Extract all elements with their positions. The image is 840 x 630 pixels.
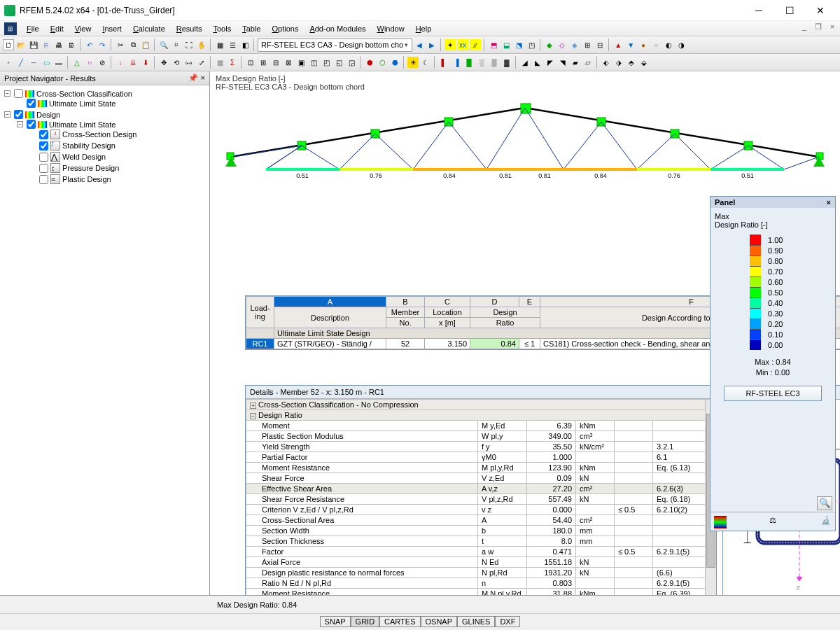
t20-icon[interactable]: ▓ bbox=[501, 57, 512, 68]
print-preview-icon[interactable]: 🗎 bbox=[66, 39, 77, 50]
t9-icon[interactable]: ◲ bbox=[346, 57, 357, 68]
menu-file[interactable]: File bbox=[21, 24, 45, 33]
i4-icon[interactable]: ⊞ bbox=[582, 39, 593, 50]
t13-icon[interactable]: ☀ bbox=[407, 57, 419, 68]
minimize-button[interactable]: ─ bbox=[743, 0, 774, 21]
line-icon[interactable]: ╱ bbox=[15, 57, 27, 68]
details-row[interactable]: Effective Shear AreaA v,z27.20cm²6.2.6(3… bbox=[246, 484, 716, 494]
t2-icon[interactable]: ⊞ bbox=[258, 57, 269, 68]
t18-icon[interactable]: ░ bbox=[476, 57, 487, 68]
mirror-icon[interactable]: ⧟ bbox=[183, 57, 195, 68]
t5-icon[interactable]: ▣ bbox=[295, 57, 307, 68]
t27-icon[interactable]: ⬖ bbox=[601, 57, 612, 68]
tree-check-design[interactable] bbox=[14, 110, 23, 119]
prev-case-icon[interactable]: ◀ bbox=[414, 39, 425, 50]
t26-icon[interactable]: ▱ bbox=[582, 57, 594, 68]
status-grid[interactable]: GRID bbox=[351, 616, 380, 627]
result-case-combo[interactable]: RF-STEEL EC3 CA3 - Design bottom cho▼ bbox=[258, 38, 412, 52]
module-button[interactable]: RF-STEEL EC3 bbox=[724, 386, 822, 401]
details-row[interactable]: Cross-Sectional AreaA54.40cm² bbox=[246, 515, 716, 526]
i9-icon[interactable]: ○ bbox=[650, 39, 662, 50]
menu-table[interactable]: Table bbox=[237, 24, 266, 33]
menu-options[interactable]: Options bbox=[266, 24, 304, 33]
details-row[interactable]: Moment ResistanceM pl,y,Rd123.90kNmEq. (… bbox=[246, 463, 716, 473]
details-row[interactable]: Section Widthb180.0mm bbox=[246, 526, 716, 536]
move-icon[interactable]: ✥ bbox=[158, 57, 169, 68]
tree-check-plastic[interactable] bbox=[39, 175, 48, 184]
menu-edit[interactable]: Edit bbox=[45, 24, 69, 33]
t7-icon[interactable]: ◰ bbox=[321, 57, 332, 68]
view-y-icon[interactable]: ⬓ bbox=[500, 39, 512, 50]
t19-icon[interactable]: ▒ bbox=[489, 57, 500, 68]
status-glines[interactable]: GLINES bbox=[457, 616, 495, 627]
next-case-icon[interactable]: ▶ bbox=[426, 39, 438, 50]
redo-icon[interactable]: ↷ bbox=[97, 39, 108, 50]
t8-icon[interactable]: ◱ bbox=[333, 57, 344, 68]
navigator-close-icon[interactable]: × bbox=[201, 74, 205, 83]
tree-check-cs-design[interactable] bbox=[39, 130, 48, 139]
details-row[interactable]: Ratio N Ed / N pl,Rdn0.8036.2.9.1(5) bbox=[246, 578, 716, 589]
t6-icon[interactable]: ◫ bbox=[308, 57, 319, 68]
menu-calculate[interactable]: Calculate bbox=[127, 24, 171, 33]
view-iso-icon[interactable]: ◳ bbox=[526, 39, 537, 50]
status-cartes[interactable]: CARTES bbox=[379, 616, 420, 627]
t17-icon[interactable]: █ bbox=[463, 57, 475, 68]
details-row[interactable]: MomentM y,Ed6.39kNm bbox=[246, 421, 716, 431]
status-snap[interactable]: SNAP bbox=[320, 616, 351, 627]
t11-icon[interactable]: ⬡ bbox=[377, 57, 388, 68]
rotate-icon[interactable]: ⟲ bbox=[171, 57, 182, 68]
result-diagram-icon[interactable]: ⫽ bbox=[470, 39, 481, 50]
scale-tool-icon[interactable]: ⤢ bbox=[196, 57, 207, 68]
panel-search-button[interactable]: 🔍 bbox=[817, 496, 832, 510]
grid-icon[interactable]: ▦ bbox=[214, 39, 225, 50]
layers-icon[interactable]: ☰ bbox=[227, 39, 238, 50]
details-row[interactable]: Shear Force ResistanceV pl,z,Rd557.49kNE… bbox=[246, 494, 716, 505]
i3-icon[interactable]: ◈ bbox=[569, 39, 580, 50]
tree-check-weld[interactable] bbox=[39, 153, 48, 162]
t16-icon[interactable]: ▐ bbox=[451, 57, 462, 68]
menu-addon[interactable]: Add-on Modules bbox=[304, 24, 371, 33]
tree-check-cs-class[interactable] bbox=[14, 89, 23, 98]
i1-icon[interactable]: ◆ bbox=[544, 39, 555, 50]
details-row[interactable]: Factora w0.471≤ 0.56.2.9.1(5) bbox=[246, 547, 716, 557]
t10-icon[interactable]: ⬢ bbox=[364, 57, 375, 68]
tree-check-uls2[interactable] bbox=[27, 120, 36, 129]
tree-check-stability[interactable] bbox=[39, 141, 48, 150]
details-row[interactable]: Shear ForceV z,Ed0.09kN bbox=[246, 473, 716, 484]
mdi-minimize-icon[interactable]: _ bbox=[799, 22, 809, 31]
zoom-window-icon[interactable]: ⌗ bbox=[171, 39, 182, 50]
status-dxf[interactable]: DXF bbox=[495, 616, 520, 627]
t12-icon[interactable]: ⬣ bbox=[389, 57, 400, 68]
paste-icon[interactable]: 📋 bbox=[140, 39, 151, 50]
t3-icon[interactable]: ⊟ bbox=[270, 57, 281, 68]
truss-viewport[interactable]: 0.51 0.76 0.84 0.81 0.81 0.84 0.76 0.51 bbox=[217, 94, 833, 192]
i6-icon[interactable]: ▲ bbox=[612, 39, 624, 50]
i8-icon[interactable]: ● bbox=[638, 39, 649, 50]
t28-icon[interactable]: ⬗ bbox=[613, 57, 624, 68]
i2-icon[interactable]: ◇ bbox=[556, 39, 568, 50]
status-osnap[interactable]: OSNAP bbox=[421, 616, 458, 627]
details-row[interactable]: Axial ForceN Ed1551.18kN bbox=[246, 557, 716, 568]
menu-help[interactable]: Help bbox=[410, 24, 438, 33]
navigator-pin-icon[interactable]: 📌 bbox=[188, 74, 198, 83]
t1-icon[interactable]: ⊡ bbox=[245, 57, 256, 68]
save-icon[interactable]: 💾 bbox=[28, 39, 39, 50]
t29-icon[interactable]: ⬘ bbox=[626, 57, 637, 68]
support-icon[interactable]: △ bbox=[71, 57, 83, 68]
undo-icon[interactable]: ↶ bbox=[84, 39, 95, 50]
load-point-icon[interactable]: ↓ bbox=[115, 57, 126, 68]
t4-icon[interactable]: ⊠ bbox=[283, 57, 294, 68]
hinge-icon[interactable]: ○ bbox=[84, 57, 95, 68]
panel-close-icon[interactable]: × bbox=[827, 198, 831, 206]
tree-check-uls1[interactable] bbox=[27, 99, 36, 108]
release-icon[interactable]: ⊘ bbox=[97, 57, 108, 68]
cut-icon[interactable]: ✂ bbox=[115, 39, 126, 50]
calc-icon[interactable]: Σ bbox=[227, 57, 238, 68]
view-z-icon[interactable]: ⬔ bbox=[513, 39, 524, 50]
print-icon[interactable]: 🖶 bbox=[53, 39, 64, 50]
member-icon[interactable]: ─ bbox=[28, 57, 39, 68]
t23-icon[interactable]: ◤ bbox=[545, 57, 556, 68]
details-row[interactable]: Partial FactorγM01.0006.1 bbox=[246, 452, 716, 463]
navigator-tree[interactable]: −Cross-Section Classification Ultimate L… bbox=[0, 85, 209, 597]
t14-icon[interactable]: ☾ bbox=[420, 57, 431, 68]
